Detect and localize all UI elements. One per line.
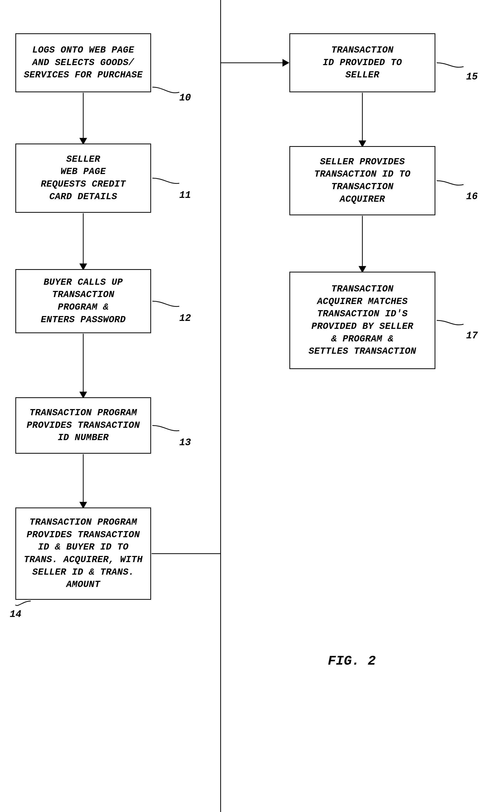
box3-text: BUYER CALLS UP TRANSACTION PROGRAM & ENT… [41, 276, 126, 326]
ref-num-17: 17 [466, 330, 478, 341]
flow-box-8: TRANSACTION ACQUIRER MATCHES TRANSACTION… [289, 272, 435, 369]
ref-num-16: 16 [466, 191, 478, 202]
box2-text: SELLER WEB PAGE REQUESTS CREDIT CARD DET… [41, 153, 126, 203]
box8-text: TRANSACTION ACQUIRER MATCHES TRANSACTION… [309, 283, 416, 358]
diagram-container: LOGS ONTO WEB PAGE AND SELECTS GOODS/ SE… [0, 0, 504, 812]
flow-box-6: TRANSACTION ID PROVIDED TO SELLER [289, 33, 435, 92]
box4-text: TRANSACTION PROGRAM PROVIDES TRANSACTION… [27, 407, 140, 444]
ref-num-12: 12 [179, 313, 191, 324]
flow-box-4: TRANSACTION PROGRAM PROVIDES TRANSACTION… [15, 397, 151, 454]
flow-box-1: LOGS ONTO WEB PAGE AND SELECTS GOODS/ SE… [15, 33, 151, 92]
figure-label: FIG. 2 [328, 654, 376, 669]
ref-num-10: 10 [179, 92, 191, 103]
box6-text: TRANSACTION ID PROVIDED TO SELLER [323, 44, 402, 81]
flow-box-5: TRANSACTION PROGRAM PROVIDES TRANSACTION… [15, 507, 151, 600]
svg-marker-14 [282, 59, 289, 67]
box5-text: TRANSACTION PROGRAM PROVIDES TRANSACTION… [21, 516, 145, 591]
ref-num-15: 15 [466, 71, 478, 82]
ref-num-11: 11 [179, 190, 191, 201]
center-divider-line [220, 0, 221, 812]
ref-num-14: 14 [10, 609, 22, 620]
flow-box-2: SELLER WEB PAGE REQUESTS CREDIT CARD DET… [15, 143, 151, 213]
box1-text: LOGS ONTO WEB PAGE AND SELECTS GOODS/ SE… [24, 44, 143, 81]
ref-num-13: 13 [179, 437, 191, 448]
flow-box-7: SELLER PROVIDES TRANSACTION ID TO TRANSA… [289, 146, 435, 215]
flow-box-3: BUYER CALLS UP TRANSACTION PROGRAM & ENT… [15, 269, 151, 333]
box7-text: SELLER PROVIDES TRANSACTION ID TO TRANSA… [314, 156, 411, 206]
